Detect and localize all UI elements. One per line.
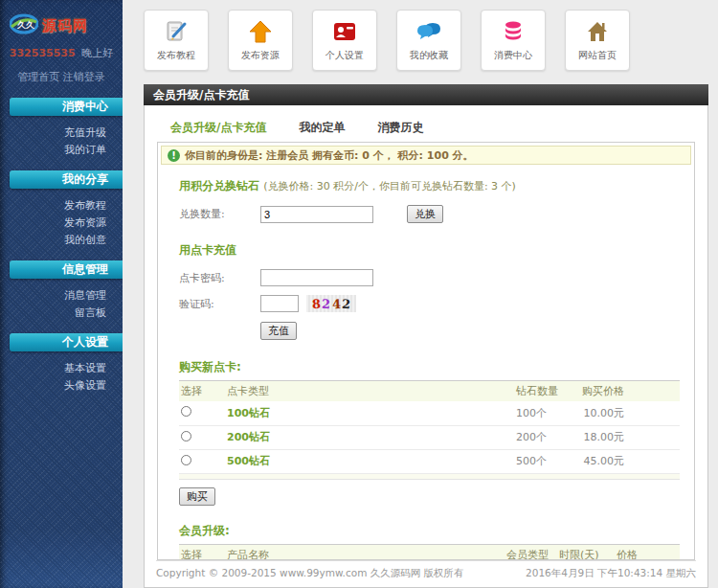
- sidebar-item-publish-tutorial[interactable]: 发布教程: [0, 198, 123, 214]
- greeting: 晚上好: [81, 47, 113, 59]
- upgrade-table: 选择 产品名称 会员类型 时限(天) 价格 月费VIP会员 黄金会员 30 20…: [179, 545, 680, 561]
- sidebar-item-my-ideas[interactable]: 我的创意: [0, 233, 123, 248]
- info-icon: [168, 149, 180, 162]
- sidebar-header-info-manage[interactable]: 信息管理: [10, 260, 123, 279]
- card-password-input[interactable]: [260, 269, 373, 286]
- recharge-submit-button[interactable]: 充值: [260, 322, 297, 340]
- upload-arrow-icon: [247, 19, 274, 44]
- tab-upgrade-recharge[interactable]: 会员升级/点卡充值: [170, 120, 266, 142]
- captcha-row: 验证码: 8 2 4 2: [179, 295, 675, 312]
- exchange-submit-button[interactable]: 兑换: [407, 205, 443, 223]
- swoosh-logo-icon: 久久: [10, 13, 38, 38]
- sidebar-item-avatar-settings[interactable]: 头像设置: [0, 378, 123, 394]
- table-row: 500钻石 500个 45.00元: [179, 449, 680, 473]
- card-name[interactable]: 100钻石: [225, 401, 514, 425]
- captcha-image[interactable]: 8 2 4 2: [306, 295, 356, 312]
- home-icon: [584, 19, 611, 44]
- table-row: 100钻石 100个 10.00元: [179, 401, 680, 425]
- menu-group-personal: 个人设置 基本设置 头像设置: [0, 333, 123, 394]
- buy-cards-submit-button[interactable]: 购买: [179, 487, 215, 506]
- chat-bubbles-icon: [415, 19, 442, 44]
- quick-my-favorites-button[interactable]: 我的收藏: [396, 10, 461, 71]
- quick-consume-center-button[interactable]: 消费中心: [481, 10, 546, 71]
- section-exchange-title-text: 用积分兑换钻石: [179, 179, 259, 192]
- user-line: 332535535 晚上好: [0, 46, 123, 60]
- captcha-input[interactable]: [260, 295, 299, 312]
- sidebar-header-my-share[interactable]: 我的分享: [10, 170, 123, 189]
- footer: Copyright © 2009-2015 www.99ymw.com 久久源码…: [156, 560, 696, 580]
- quick-publish-tutorial-button[interactable]: 发布教程: [144, 10, 209, 71]
- quick-personal-settings-button[interactable]: 个人设置: [312, 10, 377, 71]
- table-footer-strip: [179, 474, 680, 480]
- quick-label: 发布资源: [241, 49, 280, 62]
- logo-title: 源码网: [42, 17, 88, 35]
- exchange-qty-input[interactable]: [260, 206, 373, 223]
- captcha-digit: 2: [341, 296, 350, 311]
- card-radio[interactable]: [181, 406, 191, 417]
- card-password-row: 点卡密码:: [179, 269, 675, 286]
- logo[interactable]: 久久 源码网: [10, 13, 117, 38]
- quickbar: 发布教程 发布资源 个人设置 我的收藏: [144, 10, 630, 71]
- card-qty: 500个: [514, 449, 574, 473]
- section-exchange-title: 用积分兑换钻石 (兑换价格: 30 积分/个，你目前可兑换钻石数量: 3 个): [179, 178, 675, 194]
- main-panel: 会员升级/点卡充值 我的定单 消费历史 你目前的身份是: 注册会员 拥有金币: …: [144, 105, 708, 588]
- admin-home-link[interactable]: 管理首页: [17, 71, 59, 83]
- quick-label: 发布教程: [157, 49, 195, 62]
- tab-bar: 会员升级/点卡充值 我的定单 消费历史: [145, 105, 707, 142]
- card-qty: 200个: [514, 425, 574, 449]
- sidebar-header-consume-center[interactable]: 消费中心: [10, 98, 123, 116]
- captcha-digit: 8: [312, 296, 322, 311]
- card-password-label: 点卡密码:: [179, 271, 260, 285]
- coins-stack-icon: [500, 19, 527, 44]
- sidebar-header-personal-settings[interactable]: 个人设置: [10, 333, 123, 351]
- col-buy-price: 购买价格: [574, 381, 680, 401]
- menu-group-consume: 消费中心 充值升级 我的订单: [0, 98, 123, 158]
- section-card-recharge: 用点卡充值 点卡密码: 验证码: 8 2 4 2 充值: [158, 242, 694, 340]
- exchange-qty-row: 兑换数量: 兑换: [179, 205, 675, 223]
- card-price: 18.00元: [574, 425, 680, 449]
- quick-label: 我的收藏: [410, 49, 448, 62]
- datetime-text: 2016年4月9日 下午10:43:14 星期六: [526, 567, 696, 580]
- page-title: 会员升级/点卡充值: [144, 84, 708, 105]
- svg-text:久久: 久久: [16, 20, 35, 30]
- captcha-digit: 4: [331, 296, 341, 310]
- card-name[interactable]: 200钻石: [225, 425, 514, 449]
- sidebar-item-recharge-upgrade[interactable]: 充值升级: [0, 125, 123, 141]
- card-price: 45.00元: [574, 449, 680, 473]
- status-notice: 你目前的身份是: 注册会员 拥有金币: 0 个， 积分: 100 分。: [161, 146, 691, 165]
- tab-my-orders[interactable]: 我的定单: [299, 120, 345, 142]
- card-qty: 100个: [514, 401, 574, 425]
- card-radio[interactable]: [181, 431, 191, 441]
- section-buy-cards: 购买新点卡: 选择 点卡类型 钻石数量 购买价格 100钻石 100个: [158, 359, 694, 506]
- sidebar: 久久 源码网 332535535 晚上好 管理首页 注销登录 消费中心 充值升级…: [0, 0, 123, 588]
- card-name[interactable]: 500钻石: [225, 449, 514, 473]
- sidebar-item-basic-settings[interactable]: 基本设置: [0, 361, 123, 376]
- quick-site-home-button[interactable]: 网站首页: [565, 10, 630, 71]
- section-card-recharge-title: 用点卡充值: [179, 242, 675, 259]
- card-radio[interactable]: [181, 455, 191, 465]
- quick-publish-resource-button[interactable]: 发布资源: [228, 10, 293, 71]
- col-member-type: 会员类型: [505, 545, 557, 561]
- sidebar-item-guestbook[interactable]: 留言板: [0, 305, 123, 321]
- col-card-type: 点卡类型: [225, 381, 514, 401]
- quick-label: 个人设置: [325, 49, 364, 62]
- col-product-name: 产品名称: [225, 545, 505, 561]
- logout-link[interactable]: 注销登录: [63, 71, 105, 83]
- exchange-qty-label: 兑换数量:: [179, 207, 260, 221]
- section-upgrade-title: 会员升级:: [179, 523, 680, 545]
- sidebar-item-publish-resource[interactable]: 发布资源: [0, 215, 123, 231]
- tab-consume-history[interactable]: 消费历史: [377, 120, 423, 142]
- username: 332535535: [10, 47, 76, 59]
- col-select: 选择: [179, 381, 225, 401]
- notice-text: 你目前的身份是: 注册会员 拥有金币: 0 个， 积分: 100 分。: [185, 148, 474, 163]
- menu-group-info: 信息管理 消息管理 留言板: [0, 260, 123, 321]
- sidebar-menu: 消费中心 充值升级 我的订单 我的分享 发布教程 发布资源 我的创意 信息管理 …: [0, 98, 123, 394]
- col-days: 时限(天): [557, 545, 615, 561]
- table-row: 200钻石 200个 18.00元: [179, 425, 680, 449]
- sidebar-item-message-manage[interactable]: 消息管理: [0, 288, 123, 304]
- table-header-row: 选择 点卡类型 钻石数量 购买价格: [179, 381, 680, 401]
- menu-group-share: 我的分享 发布教程 发布资源 我的创意: [0, 170, 123, 248]
- card-price: 10.00元: [574, 401, 680, 425]
- section-upgrade: 会员升级: 选择 产品名称 会员类型 时限(天) 价格 月费VIP会员: [158, 523, 694, 561]
- sidebar-item-my-orders[interactable]: 我的订单: [0, 143, 123, 158]
